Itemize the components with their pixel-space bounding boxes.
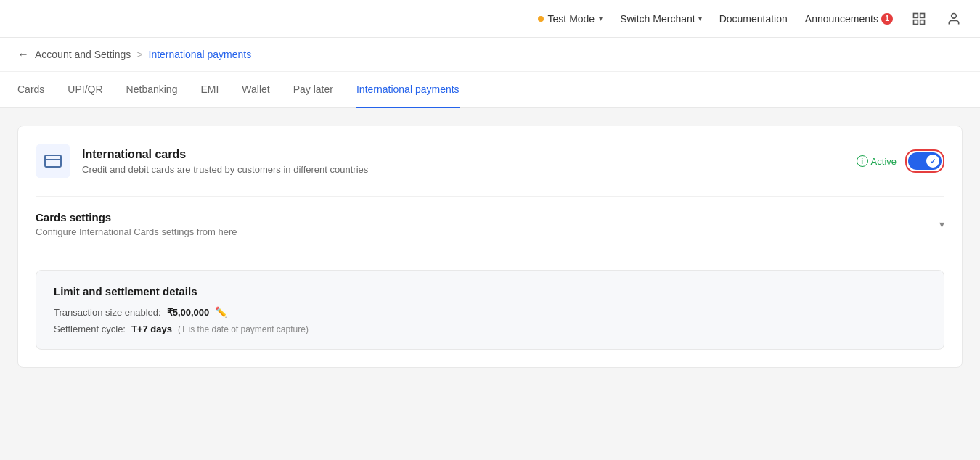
main-content: International cards Credit and debit car…: [0, 108, 980, 456]
svg-rect-3: [920, 20, 925, 24]
active-badge: i Active: [857, 155, 897, 167]
tab-international-payments[interactable]: International payments: [356, 72, 460, 108]
transaction-size-value: ₹5,00,000: [167, 307, 210, 318]
top-nav: Test Mode ▾ Switch Merchant ▾ Documentat…: [0, 0, 980, 38]
card-icon-box: [36, 144, 70, 178]
edit-icon[interactable]: ✏️: [215, 306, 227, 318]
switch-merchant-chevron: ▾: [698, 15, 702, 22]
card-status-area: i Active ✓: [857, 149, 944, 173]
switch-merchant-label: Switch Merchant: [620, 13, 695, 25]
tab-cards[interactable]: Cards: [17, 72, 44, 108]
international-cards-toggle[interactable]: ✓: [908, 152, 942, 170]
cards-settings-info: Cards settings Configure International C…: [36, 211, 237, 237]
settlement-cycle-note: (T is the date of payment capture): [178, 324, 309, 334]
documentation-label: Documentation: [719, 13, 788, 25]
limit-section: Limit and settlement details Transaction…: [36, 270, 944, 350]
divider-2: [36, 252, 944, 252]
test-mode-button[interactable]: Test Mode ▾: [538, 13, 603, 25]
back-button[interactable]: ←: [17, 48, 29, 61]
documentation-link[interactable]: Documentation: [719, 13, 788, 25]
cards-settings-description: Configure International Cards settings f…: [36, 226, 237, 237]
announcements-count: 1: [881, 13, 893, 25]
test-mode-label: Test Mode: [548, 13, 595, 25]
international-cards-description: Credit and debit cards are trusted by cu…: [82, 164, 845, 175]
tabs-bar: Cards UPI/QR Netbanking EMI Wallet Pay l…: [0, 72, 980, 108]
toggle-wrapper: ✓: [905, 149, 944, 173]
transaction-size-row: Transaction size enabled: ₹5,00,000 ✏️: [54, 306, 926, 318]
breadcrumb-separator: >: [136, 49, 142, 60]
tab-pay-later[interactable]: Pay later: [293, 72, 333, 108]
grid-icon[interactable]: [910, 10, 928, 28]
tab-wallet[interactable]: Wallet: [242, 72, 269, 108]
announcements-button[interactable]: Announcements 1: [805, 13, 893, 25]
settlement-cycle-row: Settlement cycle: T+7 days (T is the dat…: [54, 324, 926, 334]
test-mode-chevron: ▾: [599, 15, 603, 22]
cards-settings-title: Cards settings: [36, 211, 237, 223]
svg-point-4: [952, 13, 957, 18]
test-mode-dot: [538, 16, 544, 22]
user-icon[interactable]: [945, 10, 963, 28]
chevron-down-icon: ▾: [939, 218, 944, 230]
international-cards-title: International cards: [82, 148, 845, 161]
settlement-cycle-value: T+7 days: [131, 324, 172, 334]
announcements-label: Announcements: [805, 13, 878, 25]
svg-rect-0: [914, 13, 918, 17]
svg-rect-5: [45, 155, 61, 167]
svg-rect-1: [920, 13, 925, 17]
switch-merchant-button[interactable]: Switch Merchant ▾: [620, 13, 701, 25]
info-icon: i: [857, 155, 868, 167]
toggle-check-icon: ✓: [930, 157, 936, 165]
international-cards-section: International cards Credit and debit car…: [17, 126, 963, 368]
limit-title: Limit and settlement details: [54, 285, 926, 297]
tab-upi-qr[interactable]: UPI/QR: [68, 72, 102, 108]
active-label: Active: [871, 156, 897, 167]
card-info: International cards Credit and debit car…: [82, 148, 845, 175]
breadcrumb-parent[interactable]: Account and Settings: [35, 49, 131, 60]
breadcrumb: ← Account and Settings > International p…: [0, 38, 980, 72]
transaction-size-label: Transaction size enabled:: [54, 307, 161, 318]
svg-rect-2: [914, 20, 918, 24]
tab-netbanking[interactable]: Netbanking: [126, 72, 178, 108]
breadcrumb-current: International payments: [149, 49, 252, 60]
settlement-cycle-label: Settlement cycle:: [54, 324, 126, 334]
tab-emi[interactable]: EMI: [200, 72, 219, 108]
cards-settings-row[interactable]: Cards settings Configure International C…: [18, 197, 962, 252]
international-cards-row: International cards Credit and debit car…: [18, 126, 962, 196]
toggle-knob: ✓: [926, 155, 939, 168]
